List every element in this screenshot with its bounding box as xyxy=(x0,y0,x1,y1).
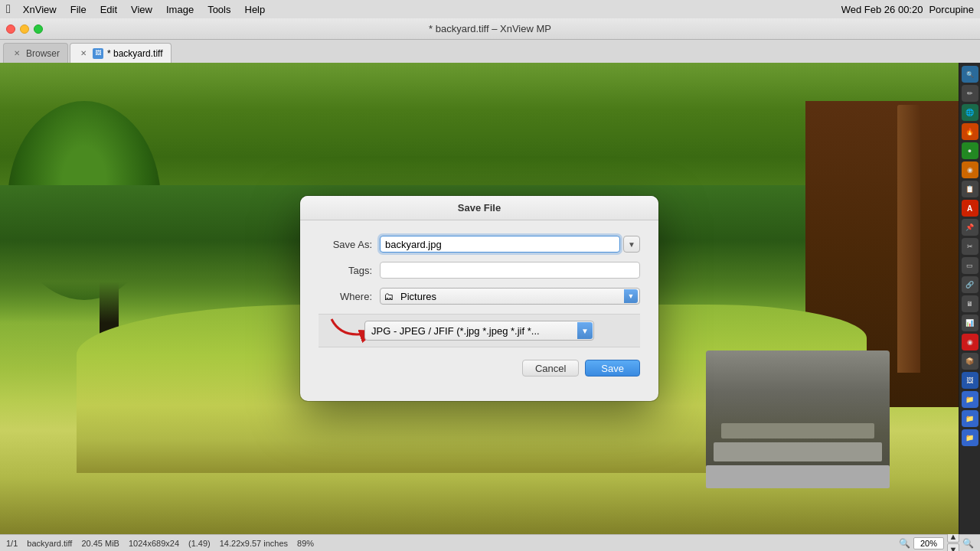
tab-close-browser[interactable]: ✕ xyxy=(11,48,22,59)
menubar-user: Porcupine xyxy=(929,4,974,15)
sidebar-icon-20[interactable]: 📁 xyxy=(962,429,978,446)
save-file-dialog: Save File Save As: ▼ xyxy=(300,196,658,401)
sidebar-icon-10[interactable]: ✂ xyxy=(962,238,978,255)
dialog-title-text: Save File xyxy=(458,202,501,214)
menubar-time: Wed Feb 26 00:20 xyxy=(841,4,923,15)
sidebar-icon-9[interactable]: 📌 xyxy=(962,219,978,236)
window-title: * backyard.tiff – XnView MP xyxy=(429,23,551,34)
sidebar-icon-19[interactable]: 📁 xyxy=(962,410,978,427)
format-row: JPG - JPEG / JFIF (*.jpg *.jpeg *.jif *.… xyxy=(318,314,640,347)
dialog-body: Save As: ▼ Tags: xyxy=(300,220,658,401)
where-dropdown-arrow: ▼ xyxy=(624,289,638,303)
menu-help[interactable]: Help xyxy=(239,0,272,18)
main-content: Save File Save As: ▼ xyxy=(0,63,980,534)
sidebar-icon-3[interactable]: 🌐 xyxy=(962,104,978,121)
title-bar: * backyard.tiff – XnView MP xyxy=(0,18,980,40)
dialog-title: Save File xyxy=(300,196,658,220)
save-as-row: Save As: ▼ xyxy=(318,236,640,253)
tab-close-backyard[interactable]: ✕ xyxy=(78,48,89,59)
sidebar-icon-14[interactable]: 📊 xyxy=(962,315,978,331)
status-bar: 1/1 backyard.tiff 20.45 MiB 1024x689x24 … xyxy=(0,534,980,551)
save-as-label: Save As: xyxy=(318,239,380,250)
tab-label-backyard: * backyard.tiff xyxy=(107,48,162,59)
tags-input[interactable] xyxy=(380,262,640,279)
status-filename: backyard.tiff xyxy=(27,539,72,548)
format-value: JPG - JPEG / JFIF (*.jpg *.jpeg *.jif *.… xyxy=(371,325,540,337)
menu-xnview[interactable]: XnView xyxy=(17,0,63,18)
sidebar-icon-18[interactable]: 📁 xyxy=(962,391,978,408)
menu-view[interactable]: View xyxy=(125,0,158,18)
tab-label-browser: Browser xyxy=(26,48,60,59)
sidebar-icon-11[interactable]: ▭ xyxy=(962,257,978,274)
menu-tools[interactable]: Tools xyxy=(201,0,237,18)
sidebar-icon-1[interactable]: 🔍 xyxy=(962,66,978,83)
zoom-out-icon: 🔍 xyxy=(899,538,910,549)
tab-browser[interactable]: ✕ Browser xyxy=(3,43,68,63)
menu-file[interactable]: File xyxy=(64,0,93,18)
sidebar-icon-13[interactable]: 🖥 xyxy=(962,295,978,312)
where-row: Where: 🗂 Pictures ▼ xyxy=(318,288,640,305)
status-zoom: 89% xyxy=(297,539,314,548)
sidebar-icon-8[interactable]: A xyxy=(962,200,978,217)
dialog-overlay: Save File Save As: ▼ xyxy=(0,63,959,534)
sidebar-icon-2[interactable]: ✏ xyxy=(962,85,978,102)
menubar:  XnView File Edit View Image Tools Help… xyxy=(0,0,980,18)
menu-edit[interactable]: Edit xyxy=(94,0,123,18)
minimize-button[interactable] xyxy=(20,24,29,34)
status-physical: 14.22x9.57 inches xyxy=(220,539,288,548)
sidebar-icon-12[interactable]: 🔗 xyxy=(962,276,978,293)
tags-label: Tags: xyxy=(318,265,380,276)
save-as-input[interactable] xyxy=(380,236,620,253)
status-filesize: 20.45 MiB xyxy=(81,539,119,548)
format-select[interactable]: JPG - JPEG / JFIF (*.jpg *.jpeg *.jif *.… xyxy=(364,321,594,341)
zoom-down-button[interactable]: ▼ xyxy=(947,543,959,551)
status-ratio: (1.49) xyxy=(188,539,211,548)
sidebar-icon-7[interactable]: 📋 xyxy=(962,181,978,197)
format-select-wrapper: JPG - JPEG / JFIF (*.jpg *.jpeg *.jif *.… xyxy=(364,321,594,341)
tabs-bar: ✕ Browser ✕ 🖼 * backyard.tiff xyxy=(0,40,980,63)
photo-background: Save File Save As: ▼ xyxy=(0,63,959,534)
status-page: 1/1 xyxy=(6,539,18,548)
where-value: Pictures xyxy=(397,291,436,302)
apple-menu[interactable]:  xyxy=(6,2,11,16)
sidebar-icon-5[interactable]: ● xyxy=(962,142,978,159)
app-window: * backyard.tiff – XnView MP ✕ Browser ✕ … xyxy=(0,18,980,551)
sidebar-icon-6[interactable]: ◉ xyxy=(962,161,978,178)
where-select[interactable]: 🗂 Pictures ▼ xyxy=(380,288,640,305)
sidebar-icon-15[interactable]: ◉ xyxy=(962,334,978,350)
dialog-footer: Cancel Save xyxy=(318,360,640,389)
tab-backyard[interactable]: ✕ 🖼 * backyard.tiff xyxy=(70,43,171,63)
menubar-right: Wed Feb 26 00:20 Porcupine xyxy=(841,4,974,15)
zoom-input[interactable] xyxy=(913,537,944,549)
tags-row: Tags: xyxy=(318,262,640,279)
sidebar-icon-16[interactable]: 📦 xyxy=(962,353,978,370)
close-button[interactable] xyxy=(6,24,15,34)
right-sidebar: 🔍 ✏ 🌐 🔥 ● ◉ 📋 A 📌 ✂ ▭ 🔗 🖥 📊 ◉ 📦 🖼 📁 📁 📁 xyxy=(959,63,980,534)
menu-image[interactable]: Image xyxy=(160,0,200,18)
pictures-folder-icon: 🗂 xyxy=(384,291,394,302)
sidebar-icon-17[interactable]: 🖼 xyxy=(962,372,978,389)
sidebar-icon-4[interactable]: 🔥 xyxy=(962,123,978,140)
window-controls xyxy=(6,24,43,34)
status-dimensions: 1024x689x24 xyxy=(129,539,179,548)
where-label: Where: xyxy=(318,291,380,302)
save-as-dropdown-button[interactable]: ▼ xyxy=(623,236,640,253)
save-button[interactable]: Save xyxy=(585,360,640,377)
cancel-button[interactable]: Cancel xyxy=(522,360,579,377)
tab-icon-backyard: 🖼 xyxy=(93,48,103,59)
maximize-button[interactable] xyxy=(34,24,43,34)
zoom-in-icon: 🔍 xyxy=(962,538,974,549)
